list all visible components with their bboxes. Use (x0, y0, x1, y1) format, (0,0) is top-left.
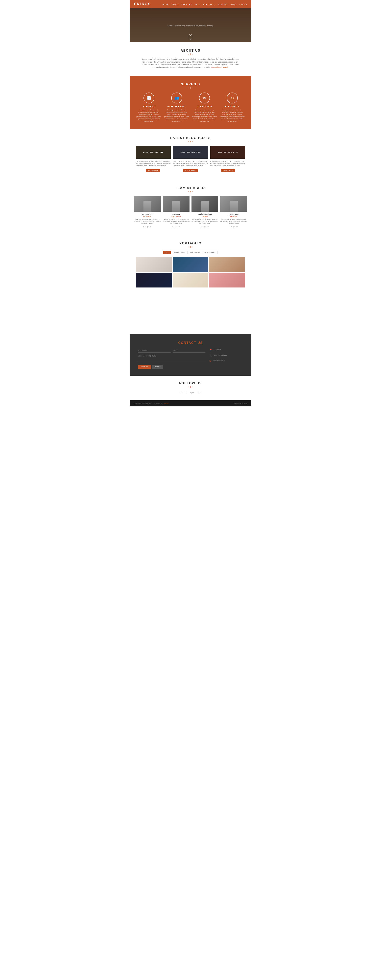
flexibility-name: Flexibility (219, 105, 245, 108)
services-title: SERVICES (136, 83, 245, 86)
hero-subtitle: Lorem Ipsum is simply dummy text of type… (167, 25, 214, 27)
christian-facebook[interactable]: f (143, 226, 144, 228)
follow-linkedin[interactable]: in (198, 391, 200, 394)
contact-email: ✉ mail@patros.com (210, 360, 243, 362)
portfolio-item-4[interactable] (136, 273, 172, 288)
portfolio-item-2[interactable] (173, 257, 208, 272)
christian-google[interactable]: g+ (147, 226, 149, 228)
portfolio-grid (136, 257, 245, 288)
flexibility-desc: Lorem ipsum dolor sit amet, consectetur … (219, 109, 245, 122)
submit-button[interactable]: SEND IT (138, 365, 151, 369)
about-divider (142, 54, 239, 55)
team-role-paulinho: Designer (192, 216, 218, 217)
blog-grid: BLOG POST LONG TITLE Lorem ipsum dolor s… (136, 146, 245, 172)
portfolio-item-3[interactable] (209, 257, 245, 272)
christian-twitter[interactable]: t (145, 226, 146, 228)
follow-google[interactable]: g+ (190, 391, 194, 394)
full-name-input[interactable] (138, 348, 171, 353)
paulinho-google[interactable]: g+ (204, 226, 206, 228)
team-desc-christian: Backed by some of the biggest names in t… (134, 218, 161, 225)
spacer (130, 294, 251, 334)
footer-design-link[interactable]: sltheme (164, 402, 169, 404)
nav-blog[interactable]: BLOG (231, 3, 237, 6)
services-section: SERVICES 📈 Strategy Lorem ipsum dolor si… (130, 76, 251, 129)
scroll-dot (190, 35, 191, 36)
filter-mobileapps[interactable]: MOBILE APPS (202, 251, 217, 254)
footer-left: Copyright © 2013. All rights reserved. D… (134, 402, 169, 404)
blog-img-1: BLOG POST LONG TITLE (136, 146, 171, 159)
deco-main (190, 53, 191, 55)
nav-about[interactable]: ABOUT (171, 3, 179, 6)
reset-button[interactable]: RESET (152, 365, 163, 369)
blog-post-title-2: BLOG POST LONG TITLE (179, 150, 202, 154)
jane-google[interactable]: g+ (175, 226, 178, 228)
team-grid: Christian Peri Co-Founder Backed by some… (134, 196, 247, 228)
nav-contact[interactable]: CONTACT (218, 3, 228, 6)
deco-sm-2 (192, 54, 193, 55)
paulinho-twitter[interactable]: t (203, 226, 203, 228)
team-card-loreto: Loreto Andas Developer Backed by some of… (220, 196, 247, 228)
contact-form-row-1 (138, 348, 205, 353)
nav-team[interactable]: TEAM (195, 3, 200, 6)
team-social-loreto: f t g+ in (220, 226, 247, 228)
email-input[interactable] (173, 348, 205, 353)
service-cleancode: </> Clean Code Lorem ipsum dolor sit ame… (192, 92, 217, 122)
portfolio-title: PORTFOLIO (136, 242, 245, 245)
loreto-facebook[interactable]: f (230, 226, 230, 228)
paulinho-facebook[interactable]: f (201, 226, 202, 228)
paulinho-linkedin[interactable]: in (208, 226, 209, 228)
deco-sm-6 (192, 141, 193, 142)
team-section: TEAM MEMBERS Christian Peri Co-Founder B… (130, 179, 251, 235)
nav-portfolio[interactable]: PORTFOLIO (203, 3, 215, 6)
blog-divider (136, 141, 245, 142)
cleancode-icon: </> (199, 92, 210, 103)
footer-right: Total period by: 4.5% (234, 402, 247, 404)
scroll-indicator[interactable] (189, 34, 192, 40)
email-text: mail@patros.com (213, 360, 225, 362)
loreto-linkedin[interactable]: in (237, 226, 238, 228)
read-more-btn-2[interactable]: Read More (183, 169, 197, 172)
read-more-btn-3[interactable]: Read More (221, 169, 235, 172)
read-more-btn-1[interactable]: Read More (146, 169, 160, 172)
team-img-christian (134, 196, 161, 212)
christian-linkedin[interactable]: in (150, 226, 151, 228)
jane-facebook[interactable]: f (172, 226, 173, 228)
blog-img-2: BLOG POST LONG TITLE (173, 146, 208, 159)
filter-webdesign[interactable]: WEB DESIGN (187, 251, 202, 254)
deco-sm-11 (188, 387, 189, 388)
hero-content: Lorem Ipsum is simply dummy text of type… (167, 23, 214, 27)
location-text: LOCATION (214, 348, 222, 351)
location-icon: 📍 (210, 349, 212, 352)
filter-all[interactable]: ALL (164, 251, 171, 254)
nav-home[interactable]: HOME (162, 3, 169, 6)
portfolio-item-6[interactable] (209, 273, 245, 288)
hero-section: Lorem Ipsum is simply dummy text of type… (130, 8, 251, 42)
contact-info: 📍 LOCATION 📞 0917 7686221115 ✉ mail@patr… (210, 348, 243, 369)
blog-post-title-3: BLOG POST LONG TITLE (217, 150, 239, 154)
loreto-google[interactable]: g+ (233, 226, 235, 228)
jane-twitter[interactable]: t (174, 226, 175, 228)
about-text: Lorem Ipsum is simply dummy text of the … (142, 58, 239, 69)
team-card-jane: Jane Manz Project Manager Backed by some… (163, 196, 189, 228)
follow-twitter[interactable]: t (186, 391, 186, 394)
email-icon: ✉ (210, 360, 211, 362)
contact-buttons: SEND IT RESET (138, 365, 205, 369)
loreto-twitter[interactable]: t (232, 226, 232, 228)
deco-main-6 (190, 386, 191, 388)
follow-facebook[interactable]: f (181, 391, 181, 394)
team-social-jane: f t g+ in (163, 226, 189, 228)
blog-card-3: BLOG POST LONG TITLE Lorem ipsum dolor s… (210, 146, 245, 172)
message-textarea[interactable] (138, 354, 205, 362)
jane-linkedin[interactable]: in (179, 226, 180, 228)
blog-card-1: BLOG POST LONG TITLE Lorem ipsum dolor s… (136, 146, 171, 172)
cleancode-desc: Lorem ipsum dolor sit amet, consectetur … (192, 109, 217, 122)
team-name-loreto: Loreto Andas (220, 213, 247, 215)
portfolio-item-5[interactable] (173, 273, 208, 288)
filter-development[interactable]: DEVELOPMENT (171, 251, 187, 254)
nav-single[interactable]: SINGLE (239, 3, 247, 6)
cleancode-name: Clean Code (192, 105, 217, 108)
nav-services[interactable]: SERVICES (181, 3, 192, 6)
portfolio-item-1[interactable] (136, 257, 172, 272)
team-desc-loreto: Backed by some of the biggest names in t… (220, 218, 247, 225)
about-link[interactable]: essentially unchanged (211, 66, 228, 68)
